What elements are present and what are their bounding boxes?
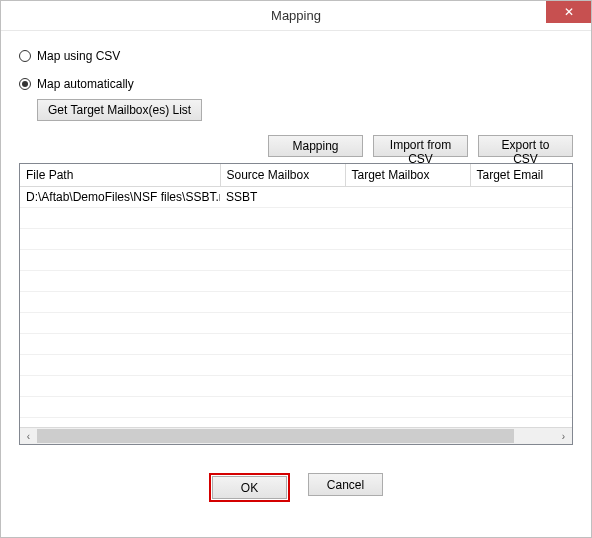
table-row: . <box>20 249 572 270</box>
cell-file-path: D:\Aftab\DemoFiles\NSF files\SSBT.nsf <box>20 186 220 207</box>
radio-icon <box>19 78 31 90</box>
get-target-mailboxes-button[interactable]: Get Target Mailbox(es) List <box>37 99 202 121</box>
radio-map-auto-label: Map automatically <box>37 77 134 91</box>
window-title: Mapping <box>1 8 591 23</box>
radio-map-auto[interactable]: Map automatically <box>19 77 573 91</box>
radio-map-csv[interactable]: Map using CSV <box>19 49 573 63</box>
scroll-track[interactable] <box>37 428 555 444</box>
table-row: . <box>20 207 572 228</box>
table-row: . <box>20 228 572 249</box>
table-row: . <box>20 354 572 375</box>
header-source-mailbox[interactable]: Source Mailbox <box>220 164 345 186</box>
table-row[interactable]: D:\Aftab\DemoFiles\NSF files\SSBT.nsf SS… <box>20 186 572 207</box>
header-target-email[interactable]: Target Email <box>470 164 572 186</box>
dialog-footer: OK Cancel <box>19 445 573 502</box>
horizontal-scrollbar[interactable]: ‹ › <box>20 427 572 444</box>
export-csv-button[interactable]: Export to CSV <box>478 135 573 157</box>
scroll-left-icon[interactable]: ‹ <box>20 428 37 444</box>
ok-highlight: OK <box>209 473 290 502</box>
cancel-button[interactable]: Cancel <box>308 473 383 496</box>
import-csv-button[interactable]: Import from CSV <box>373 135 468 157</box>
table-row: . <box>20 312 572 333</box>
table-row: . <box>20 396 572 417</box>
table-row: . <box>20 291 572 312</box>
cell-target-mailbox <box>345 186 470 207</box>
header-target-mailbox[interactable]: Target Mailbox <box>345 164 470 186</box>
close-button[interactable]: ✕ <box>546 1 591 23</box>
dialog-content: Map using CSV Map automatically Get Targ… <box>1 31 591 510</box>
scroll-thumb[interactable] <box>37 429 514 443</box>
close-icon: ✕ <box>564 5 574 19</box>
cell-target-email <box>470 186 572 207</box>
table-header-row: File Path Source Mailbox Target Mailbox … <box>20 164 572 186</box>
radio-icon <box>19 50 31 62</box>
mapping-button[interactable]: Mapping <box>268 135 363 157</box>
cell-source-mailbox: SSBT <box>220 186 345 207</box>
table-row: . <box>20 333 572 354</box>
mapping-table: File Path Source Mailbox Target Mailbox … <box>19 163 573 445</box>
toolbar: Mapping Import from CSV Export to CSV <box>19 135 573 157</box>
header-file-path[interactable]: File Path <box>20 164 220 186</box>
table-row: . <box>20 270 572 291</box>
scroll-right-icon[interactable]: › <box>555 428 572 444</box>
radio-map-csv-label: Map using CSV <box>37 49 120 63</box>
table-row: . <box>20 375 572 396</box>
ok-button[interactable]: OK <box>212 476 287 499</box>
titlebar: Mapping ✕ <box>1 1 591 31</box>
